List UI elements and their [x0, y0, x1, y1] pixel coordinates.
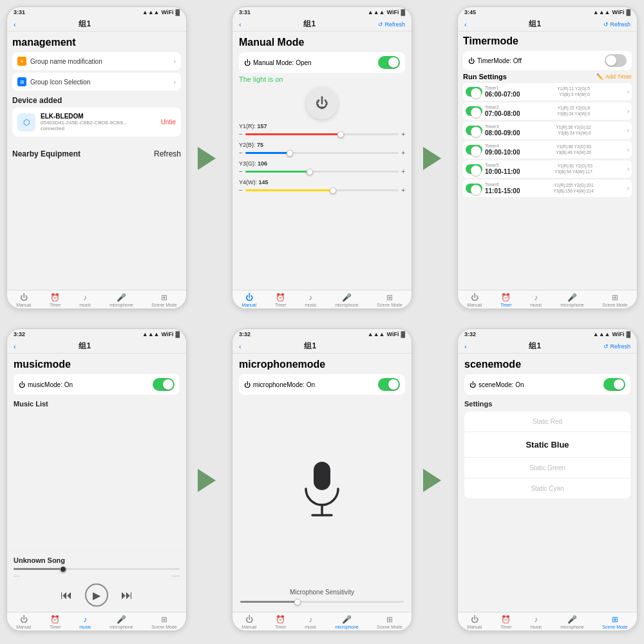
nav-manual-p1[interactable]: ⏻ Manual: [16, 293, 31, 307]
nav-mic-p1[interactable]: 🎤 microphone: [109, 293, 133, 307]
manual-mode-toggle[interactable]: [378, 56, 400, 69]
scene-static-red[interactable]: Static Red: [464, 412, 630, 432]
nav-timer-p1[interactable]: ⏰ Timer: [50, 293, 61, 307]
timer-mode-toggle[interactable]: [605, 54, 627, 67]
scene-static-blue[interactable]: Static Blue: [464, 432, 630, 458]
mic-mode-toggle[interactable]: [378, 378, 400, 391]
nav-mic-p6[interactable]: 🎤 microphone: [560, 615, 584, 629]
nav-scene-icon-p3: ⊞: [612, 293, 618, 302]
thumb-y1r[interactable]: [337, 131, 344, 138]
minus-y3g[interactable]: −: [239, 168, 243, 175]
nav-music-p5[interactable]: ♪ music: [305, 615, 316, 629]
nav-manual-p2[interactable]: ⏻ Manual: [242, 293, 256, 307]
timer4-chevron: ›: [627, 146, 629, 153]
nav-refresh-p2[interactable]: ↺ Refresh: [378, 21, 405, 28]
group-name-row[interactable]: ≡ Group name modification ›: [12, 52, 181, 70]
scene-static-cyan[interactable]: Static Cyan: [464, 478, 630, 498]
music-mode-label: musicMode: On: [28, 381, 73, 388]
nav-manual-p4[interactable]: ⏻ Manual: [16, 615, 31, 629]
nav-back-p6[interactable]: ‹: [464, 343, 467, 350]
slider-y1r: Y1(R): 157 − +: [239, 123, 405, 138]
nav-music-p6[interactable]: ♪ music: [530, 615, 542, 629]
signal-p3: ▲▲▲: [593, 9, 611, 15]
minus-y4w[interactable]: −: [239, 187, 243, 194]
next-button[interactable]: ⏭: [121, 589, 133, 602]
wifi-p6: WiFi: [612, 331, 625, 337]
nav-manual-p3[interactable]: ⏻ Manual: [467, 293, 482, 307]
nav-timer-p4[interactable]: ⏰ Timer: [50, 615, 61, 629]
nav-back-p4[interactable]: ‹: [14, 343, 16, 350]
nav-scene-p6[interactable]: ⊞ Scene Mode: [602, 615, 627, 629]
music-mode-toggle[interactable]: [153, 378, 175, 391]
nearby-label: Nearby Equipment: [12, 149, 80, 158]
group-icon-row[interactable]: ⊞ Group Icon Selection ›: [12, 73, 181, 91]
nav-scene-p3[interactable]: ⊞ Scene Mode: [602, 293, 627, 307]
nav-mic-label-p2: microphone: [335, 303, 359, 307]
timer-row-3[interactable]: Timer3 08:00-09:00 Y1(R):36 Y2(G):32 Y3(…: [463, 122, 632, 139]
minus-y2b[interactable]: −: [239, 149, 243, 156]
plus-y1r[interactable]: +: [401, 131, 405, 138]
plus-y4w[interactable]: +: [401, 187, 405, 194]
prev-button[interactable]: ⏮: [61, 589, 72, 602]
minus-y1r[interactable]: −: [239, 131, 243, 138]
nav-manual-label-p1: Manual: [16, 303, 31, 307]
nav-scene-p2[interactable]: ⊞ Scene Mode: [377, 293, 402, 307]
timer5-toggle[interactable]: [466, 164, 482, 174]
scene-static-green[interactable]: Static Green: [464, 458, 630, 478]
nav-manual-p5[interactable]: ⏻ Manual: [242, 615, 256, 629]
nav-scene-p1[interactable]: ⊞ Scene Mode: [151, 293, 176, 307]
plus-y3g[interactable]: +: [401, 168, 405, 175]
nav-scene-p5[interactable]: ⊞ Scene Mode: [377, 615, 402, 629]
nav-refresh-p6[interactable]: ↺ Refresh: [603, 343, 630, 350]
timer-row-1[interactable]: Timer1 06:00-07:00 Y1(R):11 Y2(G):5 Y3(B…: [463, 83, 632, 100]
refresh-label-p1[interactable]: Refresh: [154, 149, 181, 158]
thumb-y3g[interactable]: [307, 169, 313, 175]
nav-mic-p2[interactable]: 🎤 microphone: [335, 293, 359, 307]
timer2-toggle[interactable]: [466, 106, 482, 116]
plus-y2b[interactable]: +: [401, 149, 405, 156]
thumb-y2b[interactable]: [287, 150, 293, 156]
nav-mic-p4[interactable]: 🎤 microphone: [109, 615, 133, 629]
timer-row-4[interactable]: Timer4 09:00-10:00 Y1(R):86 Y2(G):63 Y3(…: [463, 141, 632, 158]
nav-back-p5[interactable]: ‹: [239, 343, 242, 350]
thumb-y4w[interactable]: [330, 187, 336, 194]
nav-mic-p3[interactable]: 🎤 microphone: [560, 293, 584, 307]
nav-refresh-p3[interactable]: ↺ Refresh: [603, 21, 630, 28]
track-y4w: [245, 189, 399, 191]
timer6-toggle[interactable]: [466, 184, 482, 193]
nav-music-p3[interactable]: ♪ music: [530, 293, 542, 307]
nav-mic-p5[interactable]: 🎤 microphone: [335, 615, 359, 629]
nav-music-p2[interactable]: ♪ music: [305, 293, 316, 307]
nav-timer-p3[interactable]: ⏰ Timer: [500, 293, 512, 307]
nav-music-p1[interactable]: ♪ music: [79, 293, 91, 307]
timer3-toggle[interactable]: [466, 126, 482, 135]
nav-music-p4[interactable]: ♪ music: [79, 615, 91, 629]
timer1-time: 06:00-07:00: [485, 91, 520, 98]
power-button[interactable]: ⏻: [306, 87, 338, 119]
bottom-nav-p5: ⏻ Manual ⏰ Timer ♪ music 🎤 microphone ⊞ …: [232, 612, 412, 630]
timer-mode-row: ⏻ TimerMode: Off: [468, 57, 522, 64]
timer-row-2[interactable]: Timer2 07:00-08:00 Y1(R):15 Y2(G):8 Y3(B…: [463, 102, 632, 120]
device-untie[interactable]: Untie: [161, 118, 176, 126]
timer-row-5[interactable]: Timer5 10:00-11:00 Y1(R):81 Y2(G):53 Y3(…: [463, 160, 632, 178]
bottom-nav-p6: ⏻ Manual ⏰ Timer ♪ music 🎤 microphone ⊞ …: [458, 612, 637, 630]
timer4-toggle[interactable]: [466, 145, 482, 155]
nav-back-p2[interactable]: ‹: [239, 21, 242, 28]
nav-manual-p6[interactable]: ⏻ Manual: [467, 615, 482, 629]
nav-back-p1[interactable]: ‹: [14, 21, 16, 28]
nav-timer-p2[interactable]: ⏰ Timer: [275, 293, 287, 307]
play-button[interactable]: ▶: [85, 583, 108, 607]
nav-back-p3[interactable]: ‹: [464, 21, 467, 28]
bottom-nav-p4: ⏻ Manual ⏰ Timer ♪ music 🎤 microphone ⊞ …: [7, 612, 186, 630]
song-progress-thumb[interactable]: [60, 566, 66, 573]
nav-timer-p6[interactable]: ⏰ Timer: [500, 615, 512, 629]
sensitivity-thumb[interactable]: [294, 599, 301, 605]
timer1-toggle[interactable]: [466, 87, 482, 97]
add-timer-btn[interactable]: ✏️ Add Timer: [596, 73, 632, 80]
timer-row-6[interactable]: Timer6 11:01-15:00 Y1(R):255 Y2(G):201 Y…: [463, 180, 632, 197]
nav-scene-p4[interactable]: ⊞ Scene Mode: [151, 615, 176, 629]
nav-timer-label-p4: Timer: [50, 625, 61, 629]
nav-timer-p5[interactable]: ⏰ Timer: [275, 615, 287, 629]
nav-manual-icon-p4: ⏻: [20, 615, 28, 624]
scene-mode-toggle[interactable]: [603, 378, 625, 391]
